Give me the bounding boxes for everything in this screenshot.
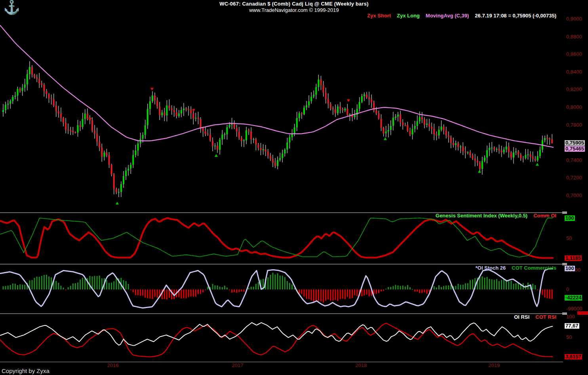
axis-labels-layer: 0,90000,88000,86000,84000,82000,80000,78… — [0, 0, 588, 375]
stoch-value-tag: 100 — [565, 266, 575, 271]
main-panel-legend: Zyx Short Zyx Long MovingAvg (C,39) 26.7… — [367, 13, 556, 19]
price-axis-tick: 0,8400 — [566, 69, 582, 75]
time-axis-year: 2019 — [485, 362, 503, 368]
sentiment-axis-tick: 50 — [566, 235, 572, 241]
stoch-axis-tick: -99000 — [566, 306, 582, 312]
chart-title: WC-067: Canadian $ (Comb) Cadj Liq @ CME… — [0, 1, 588, 7]
watermark-url: www.TradeNavigator.com © 1999-2019 — [0, 7, 588, 13]
legend-zyx-long[interactable]: Zyx Long — [397, 13, 420, 19]
price-value-tag: 0,75465 — [565, 146, 585, 152]
copyright-text: Copyright by Zyxa — [2, 367, 49, 374]
time-axis-year: 2017 — [229, 362, 246, 368]
price-axis-tick: 0,8800 — [566, 34, 582, 40]
legend-moving-avg[interactable]: MovingAvg (C,39) — [426, 13, 469, 19]
time-axis-year: 2018 — [352, 362, 370, 368]
price-value-tag: 0,75905 — [565, 140, 585, 146]
legend-zyx-short[interactable]: Zyx Short — [367, 13, 391, 19]
sentiment-panel-legend: Genesis Sentiment Index (Weekly,0.5) Com… — [436, 213, 556, 219]
legend-oi-stoch[interactable]: *OI Stoch 26 — [476, 265, 506, 271]
price-axis-tick: 0,8000 — [566, 104, 582, 110]
legend-cot-rsi[interactable]: COT RSI — [535, 314, 556, 320]
stoch-value-tag: -42224 — [565, 295, 582, 301]
price-axis-tick: 0,7200 — [566, 175, 582, 181]
price-axis-tick: 0,7800 — [566, 122, 582, 128]
sentiment-value-tag: 100 — [565, 215, 575, 221]
last-quote-readout: 26.7.19 17:08 = 0,75905 (-0,00735) — [475, 13, 556, 19]
price-axis-tick: 0,8600 — [566, 51, 582, 57]
rsi-axis-tick: 100 — [566, 314, 575, 320]
time-axis-year: 2016 — [104, 362, 122, 368]
price-axis-tick: 0,7000 — [566, 192, 582, 198]
price-axis-tick: 0,8200 — [566, 86, 582, 92]
legend-oi-rsi[interactable]: OI RSI — [514, 314, 529, 320]
rsi-value-tag: 77,67 — [565, 323, 579, 329]
rsi-axis-tick: 50 — [566, 334, 572, 340]
title-bar: WC-067: Canadian $ (Comb) Cadj Liq @ CME… — [0, 1, 588, 13]
rsi-value-tag: 3,6157 — [565, 354, 582, 360]
rsi-panel-legend: OI RSI COT RSI — [514, 314, 556, 320]
price-axis-tick: 0,7400 — [566, 157, 582, 163]
stoch-axis-tick: 0 — [566, 286, 569, 292]
trade-navigator-window: ⚓ WC-067: Canadian $ (Comb) Cadj Liq @ C… — [0, 0, 588, 375]
sentiment-value-tag: 1,1185 — [565, 255, 582, 261]
legend-sentiment-index[interactable]: Genesis Sentiment Index (Weekly,0.5) — [436, 213, 527, 219]
legend-cot-commercials[interactable]: COT Commercials — [512, 265, 556, 271]
legend-comm-oi[interactable]: Comm OI — [533, 213, 556, 219]
price-axis-tick: 0,9000 — [566, 16, 582, 22]
stoch-panel-legend: *OI Stoch 26 COT Commercials — [476, 265, 556, 271]
